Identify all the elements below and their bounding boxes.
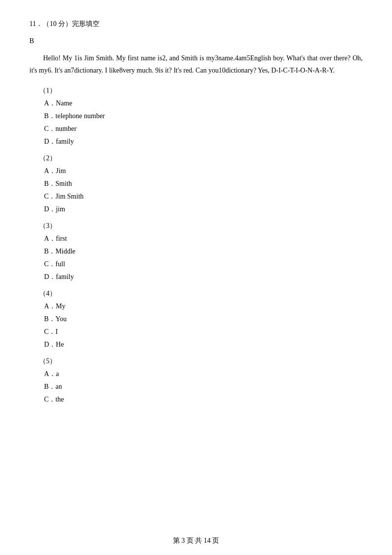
sub-question-1: （1） A．Name B．telephone number C．number D… — [29, 86, 363, 146]
sub-question-4: （4） A．My B．You C．I D．He — [29, 289, 363, 349]
option-1d: D．family — [29, 137, 363, 146]
section-label: B — [29, 37, 363, 45]
option-2b: B．Smith — [29, 179, 363, 188]
sub-question-label-3: （3） — [29, 222, 363, 230]
option-1b: B．telephone number — [29, 112, 363, 121]
question-title: 11．（10 分）完形填空 — [29, 20, 99, 27]
sub-question-label-2: （2） — [29, 154, 363, 163]
option-3a: A．first — [29, 234, 363, 243]
option-3d: D．family — [29, 273, 363, 281]
sub-question-5: （5） A．a B．an C．the — [29, 357, 363, 404]
option-5a: A．a — [29, 370, 363, 378]
option-1a: A．Name — [29, 99, 363, 108]
sub-question-3: （3） A．first B．Middle C．full D．family — [29, 222, 363, 281]
passage-text: Hello! My 1is Jim Smith. My first name i… — [29, 52, 363, 76]
option-2a: A．Jim — [29, 167, 363, 176]
option-4b: B．You — [29, 315, 363, 324]
option-3b: B．Middle — [29, 247, 363, 256]
option-4c: C．I — [29, 328, 363, 336]
option-4a: A．My — [29, 302, 363, 311]
sub-question-label-5: （5） — [29, 357, 363, 366]
option-5b: B．an — [29, 382, 363, 391]
sub-question-label-4: （4） — [29, 289, 363, 298]
option-3c: C．full — [29, 260, 363, 269]
option-5c: C．the — [29, 395, 363, 404]
question-header: 11．（10 分）完形填空 — [29, 20, 363, 28]
option-1c: C．number — [29, 125, 363, 133]
option-2d: D．jim — [29, 205, 363, 214]
page-content: 11．（10 分）完形填空 B Hello! My 1is Jim Smith.… — [0, 0, 392, 441]
sub-question-label-1: （1） — [29, 86, 363, 95]
option-2c: C．Jim Smith — [29, 192, 363, 201]
option-4d: D．He — [29, 340, 363, 349]
page-footer: 第 3 页 共 14 页 — [0, 536, 392, 545]
sub-question-2: （2） A．Jim B．Smith C．Jim Smith D．jim — [29, 154, 363, 214]
